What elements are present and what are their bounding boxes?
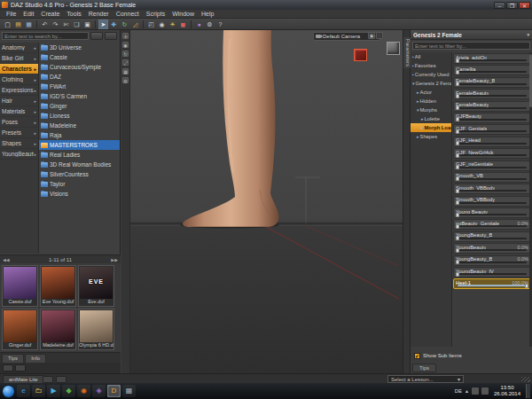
tray-expand-icon[interactable]: ▲ — [465, 388, 469, 394]
param-slider-track[interactable] — [458, 130, 527, 132]
language-indicator[interactable]: DE — [455, 388, 462, 394]
param-slider-handle[interactable] — [456, 272, 459, 277]
param-slider-gjfbeauty[interactable]: GJFBeauty — [453, 113, 531, 123]
param-slider-track[interactable] — [458, 285, 527, 286]
folder-item-fwart[interactable]: FWArt — [39, 82, 120, 91]
start-button[interactable] — [2, 385, 15, 398]
category-item-poses[interactable]: Poses▸ — [0, 117, 38, 128]
viewport-tool-icon-6[interactable]: ◍ — [122, 77, 129, 83]
param-slider-handle[interactable] — [456, 153, 459, 158]
param-slider-handle[interactable] — [456, 70, 459, 74]
menu-edit[interactable]: Edit — [20, 11, 37, 17]
category-item-shapes[interactable]: Shapes▸ — [0, 138, 38, 149]
folder-item-3d-universe[interactable]: 3D Universe — [39, 43, 120, 52]
param-slider-track[interactable] — [458, 95, 527, 97]
param-slider-handle[interactable] — [456, 59, 459, 63]
asset-thumbnail[interactable]: Ginger.duf — [2, 309, 38, 350]
param-slider-youngbeauty[interactable]: YoungBeauty0.0% — [453, 243, 531, 254]
bottom-bar-button-1[interactable] — [43, 376, 53, 383]
puppeteer-icon[interactable]: ● — [194, 20, 204, 29]
param-group-all[interactable]: ▪All — [411, 52, 451, 61]
param-group-genesis-2-female[interactable]: ▾Genesis 2 Female — [411, 79, 451, 88]
param-slider-handle[interactable] — [456, 141, 459, 145]
selection-cube-widget[interactable] — [354, 49, 367, 61]
app-purple-icon[interactable]: ◈ — [92, 385, 106, 397]
param-slider-track[interactable] — [458, 59, 527, 61]
explorer-icon[interactable]: 🗀 — [32, 385, 45, 397]
param-slider-handle[interactable] — [456, 117, 459, 121]
param-slider-handle[interactable] — [456, 260, 459, 264]
param-slider-smooth-vbbody[interactable]: Smooth_VBBody — [453, 196, 531, 207]
pager-prev-button[interactable]: ◀◀ — [3, 257, 10, 262]
footer-button-2[interactable] — [15, 364, 26, 372]
param-slider-track[interactable] — [458, 119, 527, 121]
menu-render[interactable]: Render — [85, 11, 113, 17]
param-slider-smooth-vb[interactable]: Smooth_VB — [453, 172, 531, 183]
camera-tool-icon[interactable]: ◉ — [157, 20, 167, 29]
help-icon[interactable]: ? — [215, 20, 225, 29]
save-icon[interactable]: ▦ — [24, 20, 34, 29]
folder-item-cassie[interactable]: Cassie — [39, 52, 120, 62]
folder-item-lioness[interactable]: Lioness — [39, 111, 120, 121]
tab-tips[interactable]: Tips — [2, 354, 24, 363]
folder-item-madeleine[interactable]: Madeleine — [39, 121, 120, 130]
folder-item-real-ladies[interactable]: Real Ladies — [39, 150, 120, 160]
show-sub-items-checkbox[interactable]: ✔ — [414, 353, 420, 359]
menu-help[interactable]: Help — [198, 11, 217, 17]
param-group-morph-loader[interactable]: ▸Morph Loader — [411, 123, 451, 132]
scale-tool-icon[interactable]: ◿ — [130, 20, 140, 29]
param-slider-handle[interactable] — [456, 106, 459, 110]
param-slider-track[interactable] — [458, 83, 527, 85]
redo-icon[interactable]: ↷ — [51, 20, 60, 29]
folder-item-curvaceous-symple[interactable]: Curvaceous/Symple — [39, 62, 120, 72]
param-slider-ngbeauty-genitale[interactable]: ngBeauty_Genitale0.0% — [453, 219, 531, 230]
render-icon[interactable]: ◼ — [178, 20, 188, 29]
menu-tools[interactable]: Tools — [63, 11, 84, 17]
param-slider-handle[interactable] — [456, 94, 459, 98]
menu-file[interactable]: File — [3, 11, 20, 17]
paste-icon[interactable]: ▣ — [82, 20, 92, 29]
select-tool-icon[interactable]: ➤ — [98, 20, 108, 29]
param-slider-handle[interactable] — [456, 236, 459, 240]
param-slider-femalebeauty-b[interactable]: FemaleBeauty_B — [453, 77, 531, 88]
param-slider-handle[interactable] — [456, 224, 459, 229]
tips-tab[interactable]: Tips — [412, 364, 436, 372]
minimize-button[interactable]: – — [494, 2, 505, 9]
content-search-input[interactable] — [2, 32, 89, 40]
param-slider-youngbeauty-iv[interactable]: YoungBeauty_IV — [453, 267, 531, 278]
app-orange-icon[interactable]: ◉ — [77, 385, 90, 397]
param-slider-track[interactable] — [458, 167, 527, 168]
app-green-icon[interactable]: ◆ — [62, 385, 75, 397]
param-slider-youngbeauty-b[interactable]: YoungBeauty_B — [453, 231, 531, 242]
param-slider-handle[interactable] — [525, 284, 528, 288]
param-slider-gjf-genitals[interactable]: GJF_Genitals — [453, 124, 531, 135]
param-slider-femalebeauty[interactable]: FemaleBeauty — [453, 89, 531, 99]
maximize-button[interactable]: ❐ — [506, 2, 518, 9]
frame-icon[interactable]: ◰ — [146, 20, 156, 29]
folder-item-ginger[interactable]: Ginger — [39, 101, 120, 111]
folder-item-3d-real-woman-bodies[interactable]: 3D Real Woman Bodies — [39, 160, 120, 169]
param-slider-handle[interactable] — [456, 248, 459, 253]
volume-icon[interactable] — [481, 387, 489, 395]
resize-grip[interactable] — [521, 377, 530, 382]
app-gray-icon[interactable]: ▦ — [122, 385, 136, 397]
category-item-expressions[interactable]: Expressions▸ — [0, 85, 38, 96]
ie-icon[interactable]: e — [17, 385, 30, 397]
param-slider-youngbeauty-b[interactable]: YoungBeauty_B0.0% — [453, 255, 531, 266]
param-slider-track[interactable] — [458, 214, 527, 215]
param-slider-gjf-head[interactable]: GJF_Head — [453, 137, 531, 147]
folder-item-igd-s-carmen[interactable]: IGD'S Carmen — [39, 91, 120, 101]
viewport-tool-icon-1[interactable]: ✛ — [122, 33, 129, 39]
folder-item-silvercountess[interactable]: SilverCountess — [39, 169, 120, 179]
folder-item-visions[interactable]: Visions — [39, 189, 120, 199]
folder-item-daz[interactable]: DAZ — [39, 72, 120, 82]
bottom-bar-button-2[interactable] — [56, 376, 66, 383]
param-slider-gjf-nsgenitale[interactable]: GJF_nsGenitale — [453, 160, 531, 171]
viewport-tool-icon-5[interactable]: ▦ — [122, 68, 129, 74]
show-desktop-button[interactable] — [526, 384, 530, 398]
param-slider-track[interactable] — [458, 71, 527, 73]
copy-icon[interactable]: ❏ — [72, 20, 82, 29]
param-slider-ariela-addon[interactable]: Ariela_addOn — [453, 53, 531, 64]
open-file-icon[interactable]: ▤ — [13, 20, 23, 29]
param-group-hidden[interactable]: ▸Hidden — [411, 97, 451, 106]
